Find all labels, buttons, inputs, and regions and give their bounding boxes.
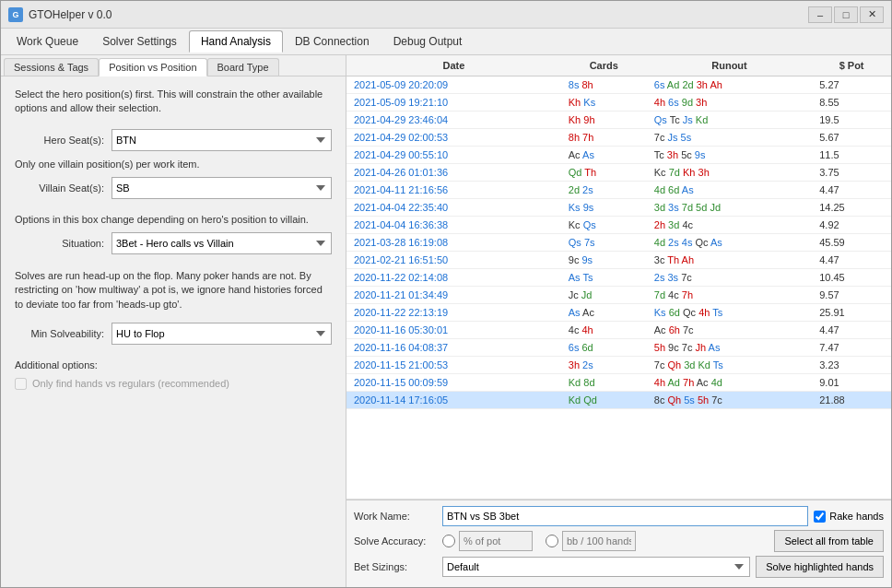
- table-row[interactable]: 2020-11-16 04:08:376s 6d5h 9c 7c Jh As7.…: [346, 339, 891, 357]
- table-row[interactable]: 2021-05-09 20:20:098s 8h6s Ad 2d 3h Ah5.…: [346, 76, 891, 94]
- table-row[interactable]: 2021-04-04 16:36:38Kc Qs2h 3d 4c4.92: [346, 217, 891, 234]
- col-date: Date: [346, 55, 561, 76]
- cell-date: 2021-05-09 20:20:09: [346, 76, 561, 94]
- minimize-button[interactable]: –: [808, 6, 832, 23]
- percent-input[interactable]: [459, 531, 533, 551]
- bb-radio[interactable]: [546, 535, 558, 547]
- cell-date: 2020-11-15 00:09:59: [346, 374, 561, 392]
- bottom-bar: Work Name: Rake hands Solve Accuracy:: [346, 500, 891, 587]
- situation-row: Situation: 3Bet - Hero calls vs Villain: [15, 232, 332, 254]
- maximize-button[interactable]: □: [834, 6, 858, 23]
- cell-runout: 4d 6d As: [647, 182, 812, 199]
- cell-cards: Ks 9s: [561, 199, 647, 217]
- cell-date: 2021-04-29 00:55:10: [346, 147, 561, 164]
- bb-input[interactable]: [562, 531, 636, 551]
- situation-select[interactable]: 3Bet - Hero calls vs Villain: [112, 232, 332, 254]
- col-pot: $ Pot: [812, 55, 891, 76]
- table-row[interactable]: 2021-05-09 19:21:10Kh Ks4h 6s 9d 3h8.55: [346, 94, 891, 112]
- close-button[interactable]: ✕: [860, 6, 884, 23]
- cell-cards: 2d 2s: [561, 182, 647, 199]
- cell-runout: Ks 6d Qc 4h Ts: [647, 304, 812, 322]
- table-row[interactable]: 2020-11-21 01:34:49Jc Jd7d 4c 7h9.57: [346, 287, 891, 304]
- cell-pot: 9.01: [812, 374, 891, 392]
- table-row[interactable]: 2021-04-29 02:00:538h 7h7c Js 5s5.67: [346, 129, 891, 147]
- table-row[interactable]: 2020-11-16 05:30:014c 4hAc 6h 7c4.47: [346, 322, 891, 339]
- min-solveability-select[interactable]: HU to Flop: [112, 323, 332, 345]
- villain-group: Only one villain position(s) per work it…: [15, 159, 332, 199]
- bb-radio-group: [546, 531, 636, 551]
- villain-seat-select[interactable]: SB BB BTN: [112, 177, 332, 199]
- table-header-row: Date Cards Runout $ Pot: [346, 55, 891, 76]
- bet-sizings-row: Bet Sizings: Default Solve highlighted h…: [354, 556, 884, 578]
- table-row[interactable]: 2021-04-11 21:16:562d 2s4d 6d As4.47: [346, 182, 891, 199]
- hero-seat-select[interactable]: BTN SB BB: [112, 129, 332, 151]
- table-row[interactable]: 2021-04-04 22:35:40Ks 9s3d 3s 7d 5d Jd14…: [346, 199, 891, 217]
- hero-helper-text: Select the hero position(s) first. This …: [15, 88, 332, 116]
- cell-runout: 4h Ad 7h Ac 4d: [647, 374, 812, 392]
- title-bar: G GTOHelper v 0.0 – □ ✕: [1, 1, 891, 29]
- sub-tab-sessions-tags[interactable]: Sessions & Tags: [4, 58, 99, 76]
- table-row[interactable]: 2020-11-22 22:13:19As AcKs 6d Qc 4h Ts25…: [346, 304, 891, 322]
- table-row[interactable]: 2021-04-29 00:55:10Ac AsTc 3h 5c 9s11.5: [346, 147, 891, 164]
- tab-hand-analysis[interactable]: Hand Analysis: [189, 30, 283, 53]
- bet-sizings-label: Bet Sizings:: [354, 561, 437, 572]
- window-title: GTOHelper v 0.0: [29, 8, 808, 21]
- cell-date: 2020-11-22 02:14:08: [346, 269, 561, 287]
- solve-highlighted-button[interactable]: Solve highlighted hands: [756, 556, 884, 578]
- tab-debug-output[interactable]: Debug Output: [381, 30, 475, 53]
- content-area: Sessions & Tags Position vs Position Boa…: [1, 55, 891, 587]
- additional-options-label: Additional options:: [15, 359, 332, 370]
- hands-table: Date Cards Runout $ Pot 2021-05-09 20:20…: [346, 55, 891, 409]
- table-row[interactable]: 2020-11-15 00:09:59Kd 8d4h Ad 7h Ac 4d9.…: [346, 374, 891, 392]
- col-cards: Cards: [561, 55, 647, 76]
- situation-label: Situation:: [15, 238, 112, 249]
- table-row[interactable]: 2020-11-14 17:16:05Kd Qd8c Qh 5s 5h 7c21…: [346, 392, 891, 409]
- select-all-button[interactable]: Select all from table: [774, 530, 884, 552]
- cell-cards: 3h 2s: [561, 357, 647, 374]
- table-row[interactable]: 2021-04-26 01:01:36Qd ThKc 7d Kh 3h3.75: [346, 164, 891, 182]
- table-row[interactable]: 2021-04-29 23:46:04Kh 9hQs Tc Js Kd19.5: [346, 112, 891, 129]
- sub-tabs: Sessions & Tags Position vs Position Boa…: [1, 55, 346, 76]
- rake-hands-label: Rake hands: [814, 511, 884, 523]
- solveability-group: Solves are run head-up on the flop. Many…: [15, 269, 332, 345]
- cell-runout: 3c Th Ah: [647, 252, 812, 269]
- cell-pot: 45.59: [812, 234, 891, 252]
- cell-runout: Ac 6h 7c: [647, 322, 812, 339]
- work-name-label: Work Name:: [354, 511, 437, 522]
- left-panel: Sessions & Tags Position vs Position Boa…: [1, 55, 346, 587]
- cell-pot: 21.88: [812, 392, 891, 409]
- checkbox-row: Only find hands vs regulars (recommended…: [15, 378, 332, 390]
- cell-runout: 7d 4c 7h: [647, 287, 812, 304]
- cell-cards: Qd Th: [561, 164, 647, 182]
- table-row[interactable]: 2020-11-15 21:00:533h 2s7c Qh 3d Kd Ts3.…: [346, 357, 891, 374]
- app-icon: G: [8, 7, 23, 22]
- cell-date: 2021-04-26 01:01:36: [346, 164, 561, 182]
- cell-pot: 7.47: [812, 339, 891, 357]
- col-runout: Runout: [647, 55, 812, 76]
- table-row[interactable]: 2021-02-21 16:51:509c 9s3c Th Ah4.47: [346, 252, 891, 269]
- work-name-input[interactable]: [442, 506, 808, 526]
- cell-date: 2021-04-29 02:00:53: [346, 129, 561, 147]
- title-buttons: – □ ✕: [808, 6, 884, 23]
- cell-runout: 7c Js 5s: [647, 129, 812, 147]
- percent-radio[interactable]: [442, 535, 455, 547]
- cell-pot: 3.23: [812, 357, 891, 374]
- tab-solver-settings[interactable]: Solver Settings: [90, 30, 189, 53]
- solve-accuracy-row: Solve Accuracy: Select all from table: [354, 530, 884, 552]
- cell-cards: Kd 8d: [561, 374, 647, 392]
- tab-work-queue[interactable]: Work Queue: [5, 30, 90, 53]
- cell-pot: 4.47: [812, 252, 891, 269]
- table-row[interactable]: 2020-11-22 02:14:08As Ts2s 3s 7c10.45: [346, 269, 891, 287]
- cell-cards: As Ts: [561, 269, 647, 287]
- tab-db-connection[interactable]: DB Connection: [283, 30, 381, 53]
- sub-tab-position-vs-position[interactable]: Position vs Position: [99, 58, 206, 76]
- cell-cards: Kc Qs: [561, 217, 647, 234]
- rake-hands-checkbox[interactable]: [814, 511, 826, 523]
- work-name-row: Work Name: Rake hands: [354, 506, 884, 526]
- cell-cards: Ac As: [561, 147, 647, 164]
- cell-pot: 4.47: [812, 322, 891, 339]
- table-row[interactable]: 2021-03-28 16:19:08Qs 7s4d 2s 4s Qc As45…: [346, 234, 891, 252]
- regulars-checkbox[interactable]: [15, 378, 27, 390]
- bet-sizings-select[interactable]: Default: [442, 557, 750, 577]
- sub-tab-board-type[interactable]: Board Type: [207, 58, 279, 76]
